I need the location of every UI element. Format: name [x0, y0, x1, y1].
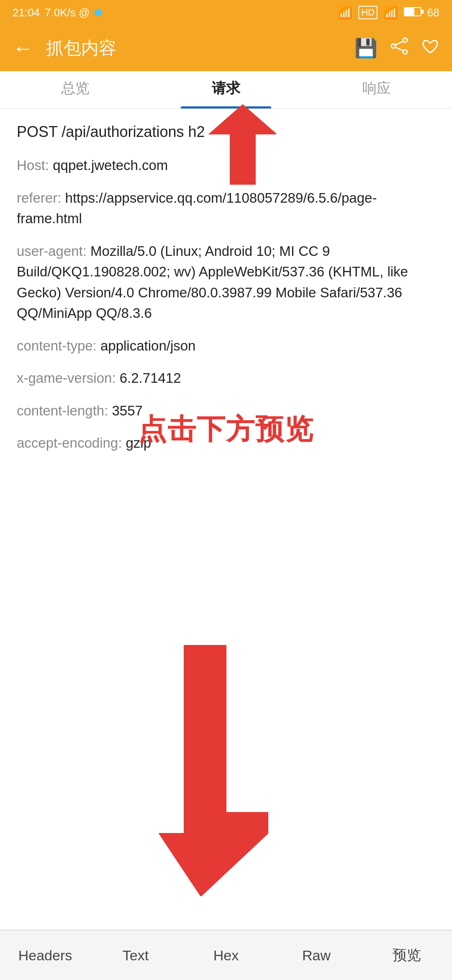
status-dot [95, 9, 102, 16]
back-button[interactable]: ← [13, 36, 33, 60]
app-title: 抓包内容 [46, 36, 342, 60]
status-bar: 21:04 7.0K/s @ 📶 HD 📶 68 [0, 0, 452, 25]
header-value-ct: application/json [100, 338, 196, 353]
header-key-ua: user-agent: [17, 243, 90, 259]
tab-request[interactable]: 请求 [151, 71, 301, 108]
status-speed: 7.0K/s @ [45, 6, 90, 19]
header-key-host: Host: [17, 157, 53, 173]
save-button[interactable]: 💾 [354, 37, 378, 59]
bottom-tab-headers[interactable]: Headers [0, 931, 90, 980]
bottom-tab-text[interactable]: Text [90, 931, 181, 980]
tab-response[interactable]: 响应 [301, 71, 452, 108]
request-line: POST /api/authorizations h2 [17, 121, 435, 142]
status-time: 21:04 [13, 6, 40, 19]
header-key-referer: referer: [17, 190, 65, 206]
tab-overview[interactable]: 总览 [0, 71, 151, 108]
header-x-game-version: x-game-version: 6.2.71412 [17, 368, 435, 389]
bottom-tab-bar: Headers Text Hex Raw 预览 [0, 930, 452, 980]
battery-icon [404, 6, 421, 19]
share-button[interactable] [390, 37, 408, 59]
header-value-host: qqpet.jwetech.com [53, 157, 168, 173]
svg-line-3 [396, 41, 403, 45]
header-key-xgv: x-game-version: [17, 370, 120, 386]
header-host: Host: qqpet.jwetech.com [17, 155, 435, 176]
header-value-xgv: 6.2.71412 [120, 370, 181, 386]
svg-point-1 [403, 38, 407, 42]
battery-level: 68 [427, 6, 439, 19]
bottom-tab-hex[interactable]: Hex [181, 931, 271, 980]
header-content-type: content-type: application/json [17, 335, 435, 356]
tab-bar: 总览 请求 响应 [0, 71, 452, 109]
click-hint-text: 点击下方预览 [0, 410, 452, 449]
svg-point-2 [403, 50, 407, 54]
hd-icon: HD [358, 6, 378, 19]
status-left: 21:04 7.0K/s @ [13, 6, 102, 19]
header-referer: referer: https://appservice.qq.com/11080… [17, 188, 435, 229]
app-bar: ← 抓包内容 💾 [0, 25, 452, 71]
header-value-referer: https://appservice.qq.com/1108057289/6.5… [17, 190, 377, 227]
wifi-icon: 📶 [338, 6, 352, 20]
svg-point-0 [391, 44, 396, 48]
bottom-tab-preview[interactable]: 预览 [362, 931, 452, 980]
favorite-button[interactable] [421, 37, 439, 60]
signal-icon: 📶 [383, 6, 398, 20]
svg-line-4 [396, 47, 403, 51]
bottom-tab-raw[interactable]: Raw [271, 931, 362, 980]
header-user-agent: user-agent: Mozilla/5.0 (Linux; Android … [17, 241, 435, 324]
arrow-down-annotation [159, 645, 352, 896]
status-right: 📶 HD 📶 68 [338, 6, 439, 20]
svg-marker-6 [159, 645, 268, 896]
header-key-ct: content-type: [17, 338, 100, 353]
